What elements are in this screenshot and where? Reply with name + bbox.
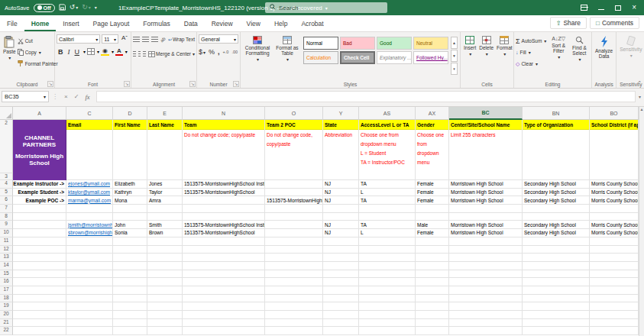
cell-BN10[interactable]: Secondary High School — [523, 229, 590, 237]
tab-view[interactable]: View — [240, 17, 267, 31]
cell-D12[interactable] — [113, 246, 147, 254]
cell-N15[interactable] — [183, 270, 265, 279]
cell-BN8[interactable] — [523, 213, 590, 221]
cell-D20[interactable] — [113, 311, 147, 319]
cell-E20[interactable] — [147, 311, 183, 319]
header-cell-O[interactable]: Team 2 POCDo not change code, copy/paste — [265, 120, 323, 173]
cell-C7[interactable] — [66, 205, 113, 213]
cell-AS21[interactable] — [359, 319, 416, 328]
cell-AX4[interactable]: Female — [416, 180, 449, 189]
cell-D13[interactable] — [113, 254, 147, 262]
cell-BO13[interactable] — [590, 254, 639, 262]
cell-BO19[interactable] — [590, 302, 639, 311]
cell-AS8[interactable] — [359, 213, 416, 221]
cell-AS14[interactable] — [359, 262, 416, 270]
gallery-scroll-up-icon[interactable]: ▲ — [451, 37, 458, 49]
cell-BN13[interactable] — [523, 254, 590, 262]
cell-E12[interactable] — [147, 246, 183, 254]
column-header-BC[interactable]: BC — [449, 107, 523, 120]
cell-AS5[interactable]: L — [359, 189, 416, 197]
cell-Y16[interactable] — [323, 278, 359, 286]
cell-BC5[interactable]: Morristown High School — [449, 189, 523, 197]
cell-C8[interactable] — [66, 213, 113, 221]
cell-BO17[interactable] — [590, 286, 639, 295]
cell-O6[interactable]: 1513575-MorristownHighSchool — [265, 196, 323, 205]
tab-insert[interactable]: Insert — [56, 17, 86, 31]
tab-data[interactable]: Data — [177, 17, 205, 31]
cell-BO8[interactable] — [590, 213, 639, 221]
cell-AX22[interactable] — [416, 327, 449, 335]
cell-E3[interactable] — [147, 173, 183, 180]
cell-AS12[interactable] — [359, 246, 416, 254]
cell-O9[interactable] — [265, 221, 323, 229]
cell-AS6[interactable]: TA — [359, 196, 416, 205]
cell-O22[interactable] — [265, 327, 323, 335]
cell-BO5[interactable]: Morris County School Distri — [590, 189, 639, 197]
cell-O16[interactable] — [265, 278, 323, 286]
cell-A22[interactable] — [13, 327, 66, 335]
fill-button[interactable]: ↓ Fill▾ — [516, 47, 549, 57]
cell-N18[interactable] — [183, 295, 265, 303]
underline-button[interactable]: U — [73, 48, 82, 56]
cell-AX14[interactable] — [416, 262, 449, 270]
merge-center-button[interactable]: Merge & Center▾ — [148, 49, 195, 59]
cell-BN21[interactable] — [523, 319, 590, 328]
cell-A12[interactable] — [13, 246, 66, 254]
cell-E10[interactable]: Brown — [147, 229, 183, 237]
row-header-2[interactable]: 2 — [0, 120, 13, 173]
delete-cells-button[interactable]: × Delete▾ — [477, 34, 495, 77]
cell-N16[interactable] — [183, 278, 265, 286]
wrap-text-button[interactable]: ↩ Wrap Text — [168, 34, 195, 44]
cell-A21[interactable] — [13, 319, 66, 328]
save-icon[interactable] — [59, 4, 66, 12]
cell-C20[interactable] — [66, 311, 113, 319]
increase-decimal-button[interactable]: +.0 — [223, 50, 229, 54]
cell-O3[interactable] — [265, 173, 323, 180]
cell-Y10[interactable]: NJ — [323, 229, 359, 237]
cell-O15[interactable] — [265, 270, 323, 279]
cell-D3[interactable] — [113, 173, 147, 180]
cell-Y6[interactable]: NJ — [323, 196, 359, 205]
row-header-6[interactable]: 6 — [0, 196, 13, 205]
cell-BC11[interactable] — [449, 237, 523, 246]
cell-BC13[interactable] — [449, 254, 523, 262]
style-neutral[interactable]: Neutral — [413, 37, 448, 50]
cell-D4[interactable]: Elizabeth — [113, 180, 147, 189]
header-cell-C[interactable]: Email — [66, 120, 113, 173]
align-left-icon[interactable] — [133, 51, 136, 57]
cell-D6[interactable]: Mona — [113, 196, 147, 205]
cell-AS20[interactable] — [359, 311, 416, 319]
cell-BN17[interactable] — [523, 286, 590, 295]
column-header-N[interactable]: N — [183, 107, 265, 120]
cell-O7[interactable] — [265, 205, 323, 213]
cell-C15[interactable] — [66, 270, 113, 279]
cell-AX11[interactable] — [416, 237, 449, 246]
column-header-E[interactable]: E — [147, 107, 183, 120]
cell-A10[interactable] — [13, 229, 66, 237]
cell-E5[interactable]: Taylor — [147, 189, 183, 197]
cell-O4[interactable] — [265, 180, 323, 189]
number-dialog-launcher-icon[interactable]: ↘ — [233, 81, 239, 87]
cell-O18[interactable] — [265, 295, 323, 303]
cell-N14[interactable] — [183, 262, 265, 270]
cell-AX8[interactable] — [416, 213, 449, 221]
cell-N20[interactable] — [183, 311, 265, 319]
cell-E9[interactable]: Smith — [147, 221, 183, 229]
enter-formula-icon[interactable]: ✓ — [71, 93, 83, 100]
cell-BC21[interactable] — [449, 319, 523, 328]
row-header-12[interactable]: 12 — [0, 246, 13, 254]
cell-BN3[interactable] — [523, 173, 590, 180]
header-cell-N[interactable]: TeamDo not change code; copy/paste — [183, 120, 265, 173]
cell-Y7[interactable] — [323, 205, 359, 213]
find-select-button[interactable]: Find & Select▾ — [569, 34, 590, 77]
cell-BO15[interactable] — [590, 270, 639, 279]
cell-BC18[interactable] — [449, 295, 523, 303]
cell-N22[interactable] — [183, 327, 265, 335]
cell-Y8[interactable] — [323, 213, 359, 221]
orientation-icon[interactable]: ab — [160, 36, 167, 43]
cell-BN12[interactable] — [523, 246, 590, 254]
column-header-BO[interactable]: BO — [590, 107, 639, 120]
row-header-21[interactable]: 21 — [0, 319, 13, 328]
cell-BN15[interactable] — [523, 270, 590, 279]
row-header-13[interactable]: 13 — [0, 254, 13, 262]
